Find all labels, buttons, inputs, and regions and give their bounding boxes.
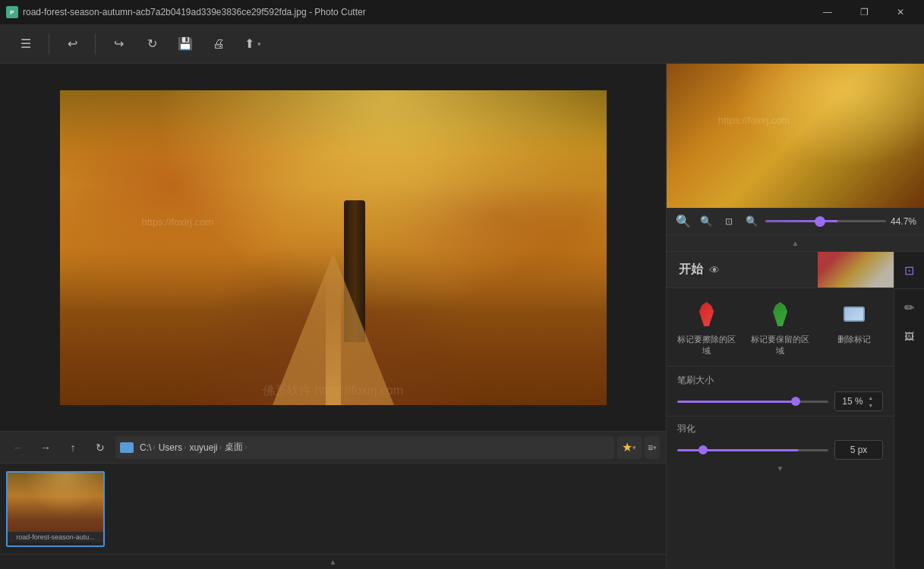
- minimize-button[interactable]: —: [810, 0, 845, 24]
- zoom-bar: 🔍 🔍 ⊡ 🔍 44.7%: [667, 208, 924, 235]
- watermark-1: https://foxirj.com: [142, 216, 214, 228]
- mark-remove-tool[interactable]: 标记要擦除的区域: [674, 297, 739, 357]
- collapse-arrow-icon: ▲: [792, 239, 799, 247]
- feather-value: 5 px: [850, 445, 868, 455]
- drive-chevron: ›: [153, 443, 155, 451]
- user-label: xuyueji: [189, 442, 217, 453]
- zoom-reset-button[interactable]: ⊡: [720, 212, 738, 231]
- zoom-slider[interactable]: [765, 220, 886, 222]
- mark-keep-label: 标记要保留的区域: [748, 334, 812, 357]
- path-segment-drive[interactable]: C:\ ›: [140, 442, 156, 453]
- brush-size-value: 15 %: [842, 396, 863, 407]
- star-icon: ★: [622, 440, 632, 454]
- start-label: 开始: [679, 262, 703, 278]
- right-panel: https://foxirj.com 🔍 🔍 ⊡ 🔍 44.7% ▲ 开始 👁: [666, 64, 924, 569]
- crop-tool-button[interactable]: ⊡: [897, 258, 922, 282]
- side-separator-1: [894, 288, 924, 289]
- undo-alt-button[interactable]: ↪: [105, 30, 132, 58]
- window-title: road-forest-season-autumn-acb7a2b0419ad3…: [23, 7, 810, 17]
- tool-buttons: 标记要擦除的区域 标记要保留的区域 删除标记: [667, 288, 894, 366]
- brush-size-slider[interactable]: [677, 401, 828, 403]
- eraser-shape: [844, 307, 865, 322]
- expand-arrow-icon: ▲: [330, 558, 337, 566]
- watermark-2: 佛系软件·https://foxirj.com: [263, 383, 403, 399]
- mark-keep-icon: [764, 297, 797, 331]
- right-main: 开始 👁 标记要擦除的区域: [667, 252, 924, 569]
- tree-trunk: [344, 200, 365, 342]
- user-chevron: ›: [219, 443, 222, 451]
- brush-size-value-box: 15 % ▲ ▼: [834, 391, 883, 411]
- brush-size-stepper: ▲ ▼: [866, 394, 875, 409]
- thumbnail-label: road-forest-season-autu...: [8, 532, 103, 542]
- road-overlay: [326, 269, 341, 405]
- brush-size-up[interactable]: ▲: [866, 394, 875, 401]
- users-chevron: ›: [184, 443, 186, 451]
- delete-mark-label: 删除标记: [837, 334, 871, 345]
- delete-mark-icon: [837, 297, 871, 331]
- share-button[interactable]: ⬆ ▾: [238, 30, 267, 58]
- path-segment-desktop[interactable]: 桌面 ›: [225, 441, 247, 454]
- delete-mark-tool[interactable]: 删除标记: [822, 297, 886, 345]
- desktop-label: 桌面: [225, 441, 243, 454]
- zoom-out-alt-button[interactable]: 🔍: [697, 212, 715, 231]
- users-label: Users: [159, 442, 182, 453]
- zoom-slider-wrap: [765, 220, 886, 222]
- zoom-percent: 44.7%: [891, 216, 916, 227]
- image-tool-button[interactable]: 🖼: [897, 324, 922, 348]
- thumb-forest-scene: [8, 473, 103, 532]
- favorites-button[interactable]: ★ ▾: [617, 436, 642, 459]
- menu-button[interactable]: ☰: [12, 30, 39, 58]
- window-controls: — ❐ ✕: [810, 0, 918, 24]
- toolbar-sep-1: [49, 33, 49, 55]
- view-dropdown-arrow: ▾: [653, 444, 657, 451]
- drive-label: C:\: [140, 442, 151, 453]
- brush-size-section: 笔刷大小 15 % ▲ ▼: [667, 366, 894, 417]
- right-content: 开始 👁 标记要擦除的区域: [667, 252, 894, 569]
- pencil-tool-button[interactable]: ✏: [897, 295, 922, 319]
- mark-remove-icon: [690, 297, 724, 331]
- view-dropdown-button[interactable]: ≡ ▾: [645, 436, 660, 459]
- close-button[interactable]: ✕: [883, 0, 918, 24]
- forward-button[interactable]: →: [33, 435, 58, 460]
- feather-row: 5 px: [677, 440, 883, 460]
- brush-size-row: 15 % ▲ ▼: [677, 391, 883, 411]
- start-section: 开始 👁: [667, 252, 894, 288]
- save-button[interactable]: 💾: [172, 30, 199, 58]
- refresh-button[interactable]: ↻: [88, 435, 112, 460]
- app-icon: P: [6, 6, 18, 18]
- preview-thumbnail: https://foxirj.com: [667, 64, 924, 208]
- mark-remove-label: 标记要擦除的区域: [674, 334, 739, 357]
- up-button[interactable]: ↑: [61, 435, 85, 460]
- image-viewer[interactable]: https://foxirj.com 佛系软件·https://foxirj.c…: [0, 64, 666, 431]
- feather-expand-arrow: ▼: [777, 464, 784, 473]
- mark-keep-tool[interactable]: 标记要保留的区域: [748, 297, 812, 357]
- zoom-fit-button[interactable]: 🔍: [743, 212, 761, 231]
- eye-icon[interactable]: 👁: [709, 264, 720, 276]
- thumbnail-item[interactable]: road-forest-season-autu...: [6, 471, 105, 547]
- feather-section: 羽化 5 px ▼: [667, 417, 894, 485]
- print-button[interactable]: 🖨: [205, 30, 232, 58]
- preview-watermark: https://foxirj.com: [718, 115, 790, 126]
- bottom-expand-button[interactable]: ▲: [0, 554, 666, 569]
- path-bar[interactable]: C:\ › Users › xuyueji › 桌面 ›: [115, 436, 614, 459]
- path-segment-user[interactable]: xuyueji ›: [189, 442, 222, 453]
- collapse-bar[interactable]: ▲: [667, 235, 924, 252]
- back-button[interactable]: ←: [6, 435, 30, 460]
- feather-slider[interactable]: [677, 449, 828, 451]
- feather-expand-button[interactable]: ▼: [677, 460, 883, 477]
- list-icon: ≡: [648, 442, 653, 453]
- brush-size-down[interactable]: ▼: [866, 401, 875, 409]
- thumbnail-strip: road-forest-season-autu...: [0, 463, 666, 554]
- title-bar: P road-forest-season-autumn-acb7a2b0419a…: [0, 0, 924, 24]
- maximize-button[interactable]: ❐: [847, 0, 881, 24]
- preview-image: https://foxirj.com: [667, 64, 924, 208]
- undo-button[interactable]: ↩: [58, 30, 86, 58]
- redo-button[interactable]: ↻: [138, 30, 166, 58]
- zoom-out-button[interactable]: 🔍: [674, 212, 692, 231]
- main-area: https://foxirj.com 佛系软件·https://foxirj.c…: [0, 64, 924, 569]
- nav-bar: ← → ↑ ↻ C:\ › Users › xuyueji ›: [0, 431, 666, 463]
- path-segment-users[interactable]: Users ›: [159, 442, 187, 453]
- thumb-overlay: [8, 473, 103, 532]
- toolbar-sep-2: [95, 33, 96, 55]
- green-marker-shape: [768, 302, 793, 326]
